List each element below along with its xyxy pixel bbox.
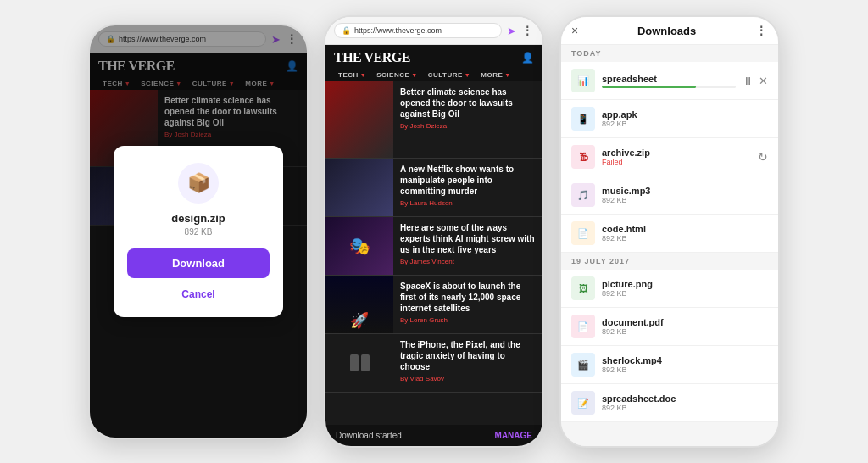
dl-name-apk: app.apk xyxy=(602,109,768,120)
dl-icon-sheet: 📊 xyxy=(571,69,595,92)
dl-item-mp4[interactable]: 🎬 sherlock.mp4 892 KB xyxy=(561,346,778,384)
dialog-filename: design.zip xyxy=(127,212,270,225)
dl-size-mp3: 892 KB xyxy=(602,196,768,204)
article-5-p2[interactable]: The iPhone, the Pixel, and the tragic an… xyxy=(326,334,542,393)
verge-logo-2: THE VERGE xyxy=(334,50,410,65)
dl-name-html: code.html xyxy=(602,224,768,234)
author-4-p2: By Loren Grush xyxy=(400,316,536,324)
download-status: Download started xyxy=(336,431,402,440)
dl-item-doc[interactable]: 📝 spreadsheet.doc 892 KB xyxy=(561,384,778,422)
dl-icon-pdf: 📄 xyxy=(571,315,595,338)
author-1-p2: By Josh Dzieza xyxy=(400,122,536,130)
title-5-p2: The iPhone, the Pixel, and the tragic an… xyxy=(400,339,536,372)
dl-info-html: code.html 892 KB xyxy=(602,224,768,243)
dl-info-png: picture.png 892 KB xyxy=(602,279,768,298)
dl-icon-apk: 📱 xyxy=(571,107,595,131)
download-dialog: 📦 design.zip 892 KB Download Cancel xyxy=(114,146,283,317)
downloads-header: × Downloads ⋮ xyxy=(561,17,778,45)
nav-more-2[interactable]: MORE ▼ xyxy=(476,69,515,81)
url-text-2: https://www.theverge.com xyxy=(354,26,442,35)
title-2-p2: A new Netflix show wants to manipulate p… xyxy=(400,164,536,197)
dl-item-spreadsheet[interactable]: 📊 spreadsheet ⏸ ✕ xyxy=(561,62,778,100)
phone-2: 🔒 https://www.theverge.com ➤ ⋮ THE VERGE… xyxy=(324,15,544,448)
dl-info-mp4: sherlock.mp4 892 KB xyxy=(602,355,768,374)
browser-bar-2: 🔒 https://www.theverge.com ➤ ⋮ xyxy=(326,17,542,45)
pause-icon[interactable]: ⏸ xyxy=(743,75,754,87)
retry-icon[interactable]: ↻ xyxy=(758,150,768,164)
dl-info-mp3: music.mp3 892 KB xyxy=(602,186,768,204)
more-icon-3[interactable]: ⋮ xyxy=(755,24,768,37)
bottom-bar-2: Download started MANAGE xyxy=(326,425,542,446)
title-1-p2: Better climate science has opened the do… xyxy=(400,86,536,120)
thumb-climate-2 xyxy=(326,81,393,158)
phone-3: × Downloads ⋮ TODAY 📊 spreadsheet ⏸ ✕ xyxy=(559,15,780,448)
dl-size-png: 892 KB xyxy=(602,289,768,298)
article-3-p2[interactable]: 🎭 Here are some of the ways experts thin… xyxy=(326,217,542,276)
cancel-icon[interactable]: ✕ xyxy=(759,75,768,87)
dialog-filesize: 892 KB xyxy=(127,227,270,237)
dl-name-png: picture.png xyxy=(602,279,768,289)
user-icon-2[interactable]: 👤 xyxy=(521,52,534,64)
author-5-p2: By Vlad Savov xyxy=(400,375,536,382)
dl-icon-mp3: 🎵 xyxy=(571,183,595,207)
dl-name-zip: archive.zip xyxy=(602,148,751,158)
dl-name-mp3: music.mp3 xyxy=(602,186,768,196)
dl-info-pdf: document.pdf 892 KB xyxy=(602,317,768,336)
thumb-mask-2: 🎭 xyxy=(326,217,393,275)
dl-item-html[interactable]: 📄 code.html 892 KB xyxy=(561,215,778,253)
download-button[interactable]: Download xyxy=(127,248,270,278)
dl-icon-mp4: 🎬 xyxy=(571,353,595,377)
dl-size-mp4: 892 KB xyxy=(602,365,768,374)
verge-header-2: THE VERGE 👤 TECH ▼ SCIENCE ▼ CULTURE ▼ M… xyxy=(326,45,542,81)
file-icon-circle: 📦 xyxy=(178,163,219,204)
thumb-rocket-2: 🚀 xyxy=(326,276,393,333)
dl-item-png[interactable]: 🖼 picture.png 892 KB xyxy=(561,270,778,308)
dl-info-zip: archive.zip Failed xyxy=(602,148,751,166)
nav-culture-2[interactable]: CULTURE ▼ xyxy=(424,69,476,81)
scene: 🔒 https://www.theverge.com ➤ ⋮ THE VERGE… xyxy=(61,0,807,463)
section-today: TODAY xyxy=(561,45,778,62)
dl-name-mp4: sherlock.mp4 xyxy=(602,355,768,365)
dl-failed-label: Failed xyxy=(602,158,751,166)
downloads-title: Downloads xyxy=(578,25,755,37)
dl-item-pdf[interactable]: 📄 document.pdf 892 KB xyxy=(561,308,778,346)
more-icon-2[interactable]: ⋮ xyxy=(521,24,534,37)
dl-size-apk: 892 KB xyxy=(602,120,768,128)
phone-1: 🔒 https://www.theverge.com ➤ ⋮ THE VERGE… xyxy=(88,24,309,439)
title-3-p2: Here are some of the ways experts think … xyxy=(400,222,536,255)
dl-size-doc: 892 KB xyxy=(602,404,768,412)
dl-info-doc: spreadsheet.doc 892 KB xyxy=(602,393,768,412)
section-july: 19 JULY 2017 xyxy=(561,253,778,270)
dl-size-pdf: 892 KB xyxy=(602,327,768,336)
lock-icon-2: 🔒 xyxy=(342,26,351,35)
article-4-p2[interactable]: 🚀 SpaceX is about to launch the first of… xyxy=(326,276,542,334)
dl-icon-zip: 🗜 xyxy=(571,145,595,169)
nav-tech-2[interactable]: TECH ▼ xyxy=(334,69,370,81)
dl-icon-png: 🖼 xyxy=(571,276,595,300)
dl-item-apk[interactable]: 📱 app.apk 892 KB xyxy=(561,100,778,138)
manage-button[interactable]: MANAGE xyxy=(495,431,532,440)
dl-info-apk: app.apk 892 KB xyxy=(602,109,768,128)
dl-item-mp3[interactable]: 🎵 music.mp3 892 KB xyxy=(561,176,778,215)
zip-icon: 📦 xyxy=(187,172,210,194)
nav-science-2[interactable]: SCIENCE ▼ xyxy=(372,69,422,81)
dl-name-pdf: document.pdf xyxy=(602,317,768,327)
article-1-p2[interactable]: Better climate science has opened the do… xyxy=(326,81,542,159)
content-2: Better climate science has opened the do… xyxy=(326,81,542,425)
dl-item-zip[interactable]: 🗜 archive.zip Failed ↻ xyxy=(561,138,778,176)
thumb-face-2 xyxy=(326,159,393,216)
send-icon-2[interactable]: ➤ xyxy=(507,25,516,37)
close-icon[interactable]: × xyxy=(571,24,578,37)
verge-nav-2: TECH ▼ SCIENCE ▼ CULTURE ▼ MORE ▼ xyxy=(334,69,534,81)
author-3-p2: By James Vincent xyxy=(400,258,536,265)
dl-name-doc: spreadsheet.doc xyxy=(602,393,768,404)
article-2-p2[interactable]: A new Netflix show wants to manipulate p… xyxy=(326,159,542,217)
url-bar-2[interactable]: 🔒 https://www.theverge.com xyxy=(334,23,502,38)
thumb-phones-2 xyxy=(326,334,393,392)
cancel-button[interactable]: Cancel xyxy=(178,285,218,304)
dl-size-html: 892 KB xyxy=(602,234,768,243)
author-2-p2: By Laura Hudson xyxy=(400,199,536,207)
title-4-p2: SpaceX is about to launch the first of i… xyxy=(400,281,536,314)
download-overlay: 📦 design.zip 892 KB Download Cancel xyxy=(90,25,307,438)
dl-info-spreadsheet: spreadsheet xyxy=(602,74,736,88)
